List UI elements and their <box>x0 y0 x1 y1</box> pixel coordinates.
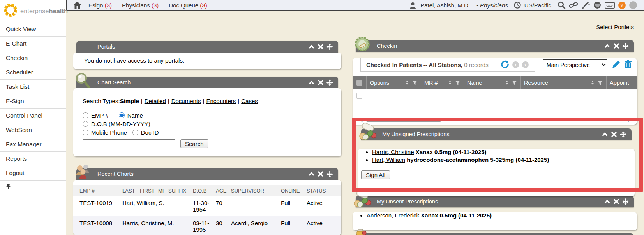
filter-icon[interactable] <box>412 80 418 86</box>
scrollbar-thumb[interactable] <box>365 118 442 122</box>
collapse-icon[interactable] <box>308 171 315 177</box>
close-icon[interactable] <box>318 171 323 177</box>
sort-icon[interactable] <box>404 80 410 86</box>
collapse-icon[interactable] <box>308 80 315 86</box>
list-item: Anderson, Frederick Xanax 0.5mg (04-11-2… <box>367 212 637 219</box>
close-icon[interactable] <box>614 199 619 204</box>
doc-id-radio[interactable] <box>132 130 138 135</box>
patient-link[interactable]: Anderson, Frederick <box>367 212 419 219</box>
search-type-encounters-link[interactable]: Encounters <box>206 98 236 104</box>
move-icon[interactable] <box>326 44 333 50</box>
table-row[interactable]: TEST-10019 Hart, William, S. 11-30-1954 … <box>73 196 341 216</box>
move-icon[interactable] <box>622 43 629 49</box>
collapse-icon[interactable] <box>604 199 610 205</box>
scroll-right-icon[interactable]: ▶ <box>628 118 632 122</box>
sidebar-item-e-sign[interactable]: E-Sign <box>0 94 66 109</box>
emp-number-radio[interactable] <box>83 112 88 118</box>
patient-link[interactable]: Harris, Christine <box>372 149 414 155</box>
sidebar-item-control-panel[interactable]: Control Panel <box>0 109 66 123</box>
sidebar-item-task-list[interactable]: Task List <box>0 80 66 94</box>
col-last[interactable]: LAST <box>122 188 140 194</box>
select-all-checkbox[interactable] <box>353 76 367 89</box>
keyboard-icon[interactable] <box>605 2 615 9</box>
tab-physicians[interactable]: Physicians (3) <box>122 2 159 9</box>
close-icon[interactable] <box>614 43 619 49</box>
horizontal-scrollbar[interactable]: ◀ ▶ <box>359 117 632 122</box>
unsigned-rx-body: Harris, Christine Xanax 0.5mg (04-11-202… <box>358 149 635 196</box>
table-row[interactable]: TEST-10008 Harris, Christine, M. 03-11-1… <box>73 216 341 235</box>
col-status[interactable]: STATUS <box>307 188 341 194</box>
sidebar-item-e-chart[interactable]: E-Chart <box>0 37 66 51</box>
column-mr-number[interactable]: MR # <box>421 76 464 89</box>
move-icon[interactable] <box>620 131 626 138</box>
collapse-icon[interactable] <box>602 132 608 137</box>
sidebar-item-quick-view[interactable]: Quick View <box>0 22 66 37</box>
column-options[interactable]: Options <box>367 76 421 89</box>
sidebar-item-webscan[interactable]: WebScan <box>0 123 66 137</box>
timezone-label[interactable]: US/Pacific <box>524 2 551 9</box>
name-radio[interactable] <box>119 112 125 118</box>
tab-doc-queue[interactable]: Doc Queue (3) <box>169 2 207 9</box>
search-type-detailed-link[interactable]: Detailed <box>145 98 166 104</box>
filter-icon[interactable] <box>597 80 603 86</box>
sign-all-button[interactable]: Sign All <box>361 170 390 179</box>
patient-link[interactable]: Hart, William <box>372 156 405 163</box>
chart-search-input[interactable] <box>83 139 175 148</box>
collapse-icon[interactable] <box>604 43 610 49</box>
move-icon[interactable] <box>326 171 333 177</box>
row-checkbox[interactable] <box>356 93 362 99</box>
close-icon[interactable] <box>611 132 617 137</box>
portlet-portals: Portals You do not have access to any po… <box>73 41 341 69</box>
sort-icon[interactable] <box>504 80 510 86</box>
move-icon[interactable] <box>326 79 333 86</box>
sidebar-pin-toggle[interactable] <box>0 181 66 195</box>
col-dob[interactable]: D.O.B <box>193 188 216 194</box>
sidebar-item-logout[interactable]: Logout <box>0 166 66 181</box>
filter-icon[interactable] <box>455 80 461 86</box>
sidebar-item-reports[interactable]: Reports <box>0 152 66 166</box>
scroll-left-icon[interactable]: ◀ <box>359 118 362 122</box>
sidebar-item-checkin[interactable]: Checkin <box>0 51 66 65</box>
cell-online: Full <box>281 200 307 206</box>
column-appointment[interactable]: Appoint <box>607 76 637 89</box>
help-icon[interactable]: ? <box>618 2 626 9</box>
col-first[interactable]: FIRST <box>140 188 158 194</box>
prev-page-icon[interactable]: ‹ <box>512 61 519 68</box>
delete-trash-icon[interactable] <box>624 60 632 70</box>
filter-icon[interactable] <box>512 80 517 86</box>
perspective-select[interactable]: Main Perspective <box>543 59 607 70</box>
tab-esign[interactable]: Esign (3) <box>88 2 112 9</box>
link-icon[interactable] <box>569 1 578 9</box>
edit-pencil-icon[interactable] <box>612 60 621 70</box>
globe-icon[interactable] <box>593 1 601 9</box>
select-portlets-link[interactable]: Select Portlets <box>596 24 634 30</box>
col-suffix[interactable]: SUFFIX <box>168 188 193 194</box>
mobile-phone-label[interactable]: Mobile Phone <box>91 129 127 136</box>
sort-icon[interactable] <box>590 80 595 86</box>
close-icon[interactable] <box>318 44 323 49</box>
home-icon[interactable] <box>73 2 81 9</box>
sidebar-item-scheduler[interactable]: Scheduler <box>0 65 66 80</box>
move-icon[interactable] <box>622 198 629 205</box>
sort-icon[interactable] <box>447 80 453 86</box>
col-online[interactable]: ONLINE <box>281 188 307 194</box>
search-button[interactable]: Search <box>180 139 208 148</box>
wand-icon[interactable] <box>581 1 590 9</box>
collapse-icon[interactable] <box>308 44 315 50</box>
mobile-phone-radio[interactable] <box>83 130 88 135</box>
search-type-documents-link[interactable]: Documents <box>171 98 201 104</box>
dob-radio[interactable] <box>83 121 88 127</box>
column-name[interactable]: Name <box>464 76 521 89</box>
close-icon[interactable] <box>318 80 323 85</box>
scrollbar-track[interactable] <box>362 118 628 122</box>
sidebar-item-fax-manager[interactable]: Fax Manager <box>0 137 66 152</box>
search-type-cases-link[interactable]: Cases <box>241 98 258 104</box>
next-page-icon[interactable]: › <box>522 61 529 68</box>
column-resource[interactable]: Resource <box>521 76 607 89</box>
avatar[interactable] <box>629 1 637 9</box>
search-icon[interactable] <box>557 1 566 9</box>
logged-in-user[interactable]: Patel, Ashish, M.D. <box>420 2 470 9</box>
col-mi[interactable]: MI <box>158 188 168 194</box>
clock-icon[interactable] <box>514 2 521 9</box>
refresh-icon[interactable] <box>501 60 509 70</box>
